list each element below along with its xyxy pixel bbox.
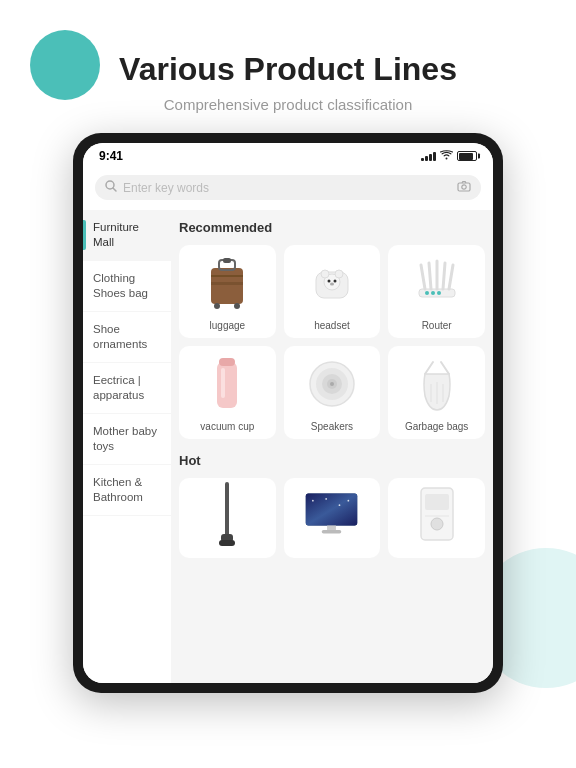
luggage-label: luggage bbox=[210, 319, 246, 332]
search-input[interactable]: Enter key words bbox=[123, 181, 451, 195]
svg-rect-2 bbox=[458, 183, 470, 191]
hot-title: Hot bbox=[179, 453, 485, 468]
svg-rect-27 bbox=[217, 362, 237, 408]
product-card-luggage[interactable]: luggage bbox=[179, 245, 276, 338]
page-subtitle: Comprehensive product classification bbox=[30, 96, 546, 113]
luggage-image bbox=[197, 253, 257, 313]
svg-line-20 bbox=[429, 263, 431, 289]
main-content: Furniture Mall Clothing Shoes bag Shoe o… bbox=[83, 210, 493, 683]
svg-line-23 bbox=[449, 265, 453, 289]
svg-point-48 bbox=[348, 500, 350, 502]
svg-rect-29 bbox=[221, 368, 225, 398]
svg-rect-52 bbox=[425, 494, 449, 510]
hot-grid bbox=[179, 478, 485, 558]
svg-point-25 bbox=[431, 291, 435, 295]
header: Various Product Lines Comprehensive prod… bbox=[0, 0, 576, 133]
hot-section: Hot bbox=[179, 453, 485, 558]
headset-label: headset bbox=[314, 319, 350, 332]
battery-icon bbox=[457, 151, 477, 161]
sidebar-item-electrical[interactable]: Eectrica | apparatus bbox=[83, 363, 171, 414]
status-bar: 9:41 bbox=[83, 143, 493, 167]
speakers-label: Speakers bbox=[311, 420, 353, 433]
svg-point-14 bbox=[335, 270, 343, 278]
hot-card-appliance[interactable] bbox=[388, 478, 485, 558]
hot-card-tv[interactable] bbox=[284, 478, 381, 558]
svg-point-17 bbox=[330, 283, 334, 286]
svg-point-34 bbox=[330, 382, 334, 386]
svg-line-35 bbox=[425, 362, 433, 374]
svg-line-22 bbox=[443, 263, 445, 289]
svg-rect-50 bbox=[322, 530, 342, 534]
wifi-icon bbox=[440, 150, 453, 162]
status-time: 9:41 bbox=[99, 149, 123, 163]
recommended-grid: luggage bbox=[179, 245, 485, 439]
svg-point-45 bbox=[312, 500, 314, 502]
router-label: Router bbox=[422, 319, 452, 332]
svg-point-24 bbox=[425, 291, 429, 295]
svg-line-36 bbox=[441, 362, 449, 374]
sidebar: Furniture Mall Clothing Shoes bag Shoe o… bbox=[83, 210, 171, 683]
search-icon bbox=[105, 180, 117, 195]
svg-point-15 bbox=[327, 280, 330, 283]
hot-card-selfie-stick[interactable] bbox=[179, 478, 276, 558]
vacuum-cup-label: vacuum cup bbox=[200, 420, 254, 433]
sidebar-item-kitchen[interactable]: Kitchen & Bathroom bbox=[83, 465, 171, 516]
recommended-title: Recommended bbox=[179, 220, 485, 235]
signal-icon bbox=[421, 151, 436, 161]
product-card-router[interactable]: Router bbox=[388, 245, 485, 338]
speakers-image bbox=[302, 354, 362, 414]
product-card-garbage-bags[interactable]: Garbage bags bbox=[388, 346, 485, 439]
svg-rect-49 bbox=[328, 526, 337, 530]
svg-rect-40 bbox=[225, 482, 229, 537]
sidebar-item-furniture[interactable]: Furniture Mall bbox=[83, 210, 171, 261]
appliance-image bbox=[409, 484, 464, 544]
router-image bbox=[407, 253, 467, 313]
garbage-bags-label: Garbage bags bbox=[405, 420, 468, 433]
svg-point-13 bbox=[321, 270, 329, 278]
status-icons bbox=[421, 150, 477, 162]
sidebar-item-mother-baby[interactable]: Mother baby toys bbox=[83, 414, 171, 465]
svg-point-7 bbox=[214, 303, 220, 309]
product-card-headset[interactable]: headset bbox=[284, 245, 381, 338]
svg-point-8 bbox=[234, 303, 240, 309]
svg-rect-6 bbox=[223, 258, 231, 263]
headset-image bbox=[302, 253, 362, 313]
sidebar-item-shoe-ornaments[interactable]: Shoe ornaments bbox=[83, 312, 171, 363]
svg-rect-9 bbox=[211, 282, 243, 285]
products-area: Recommended bbox=[171, 210, 493, 683]
svg-rect-44 bbox=[306, 494, 357, 526]
sidebar-item-clothing[interactable]: Clothing Shoes bag bbox=[83, 261, 171, 312]
svg-point-16 bbox=[333, 280, 336, 283]
tablet-frame: 9:41 bbox=[73, 133, 503, 693]
vacuum-cup-image bbox=[197, 354, 257, 414]
svg-line-1 bbox=[113, 188, 116, 191]
tablet-screen: 9:41 bbox=[83, 143, 493, 683]
search-bar[interactable]: Enter key words bbox=[95, 175, 481, 200]
selfie-stick-image bbox=[200, 484, 255, 544]
tv-image bbox=[304, 484, 359, 544]
search-bar-container: Enter key words bbox=[83, 167, 493, 210]
svg-rect-4 bbox=[211, 268, 243, 304]
svg-point-46 bbox=[326, 498, 328, 500]
svg-point-47 bbox=[339, 505, 341, 507]
camera-icon[interactable] bbox=[457, 180, 471, 195]
svg-point-26 bbox=[437, 291, 441, 295]
product-card-speakers[interactable]: Speakers bbox=[284, 346, 381, 439]
svg-rect-28 bbox=[219, 358, 235, 366]
svg-point-3 bbox=[462, 185, 466, 189]
svg-rect-42 bbox=[219, 540, 235, 546]
product-card-vacuum-cup[interactable]: vacuum cup bbox=[179, 346, 276, 439]
svg-point-53 bbox=[431, 518, 443, 530]
page-title: Various Product Lines bbox=[30, 50, 546, 88]
svg-line-19 bbox=[421, 265, 425, 289]
garbage-bags-image bbox=[407, 354, 467, 414]
